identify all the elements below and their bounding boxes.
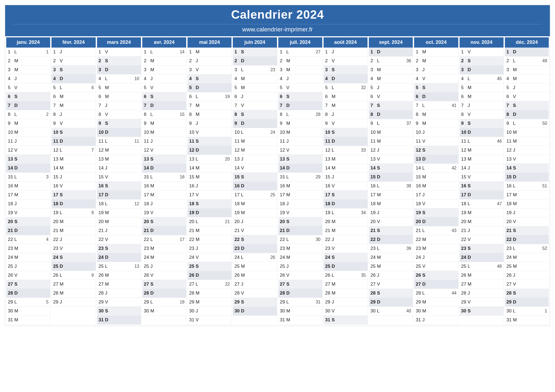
day-cell: 28J	[97, 289, 141, 298]
day-number: 12	[99, 148, 105, 153]
day-cell: 19V	[278, 208, 322, 217]
day-of-week: S	[513, 165, 519, 171]
day-of-week: J	[332, 237, 338, 242]
day-number: 22	[8, 237, 14, 242]
day-number: 14	[416, 165, 422, 171]
day-cell: 9M	[414, 119, 458, 128]
day-cell: 21M	[188, 226, 231, 235]
day-of-week: V	[422, 201, 429, 207]
day-number: 24	[53, 255, 60, 260]
day-of-week: J	[196, 58, 202, 64]
day-of-week: D	[150, 103, 157, 108]
day-cell: 18J	[142, 200, 186, 208]
day-number: 30	[144, 308, 150, 314]
day-number: 5	[99, 85, 105, 90]
day-of-week: V	[105, 174, 112, 180]
day-cell: 21S	[369, 226, 413, 235]
day-of-week: D	[286, 290, 293, 296]
day-of-week: S	[422, 210, 429, 215]
day-of-week: L	[332, 210, 338, 215]
day-cell: 8J	[51, 110, 95, 119]
day-cell: 28L44	[414, 289, 458, 298]
day-cell: 23S	[460, 244, 504, 253]
day-of-week: L	[60, 210, 66, 215]
day-cell: 16V	[51, 182, 95, 191]
day-cell: 30L40	[369, 307, 413, 316]
day-number: 7	[461, 103, 468, 108]
day-of-week: S	[105, 58, 112, 64]
day-of-week: S	[14, 156, 21, 162]
day-of-week: V	[468, 49, 474, 55]
day-number: 18	[461, 201, 468, 207]
day-of-week: S	[60, 192, 66, 198]
day-of-week: L	[241, 255, 247, 260]
day-number: 5	[325, 85, 332, 90]
day-cell: 3L23	[233, 66, 277, 74]
day-of-week: J	[196, 183, 202, 189]
day-of-week: L	[468, 76, 474, 81]
day-number: 29	[416, 299, 422, 305]
day-number: 16	[370, 183, 377, 189]
day-number: 24	[416, 255, 422, 260]
day-of-week: M	[196, 299, 202, 305]
day-of-week: V	[332, 58, 338, 64]
day-number: 8	[416, 112, 422, 117]
day-of-week: M	[150, 130, 157, 135]
day-number: 24	[8, 255, 14, 260]
day-of-week: M	[105, 210, 112, 215]
day-of-week: M	[105, 282, 112, 287]
day-of-week: J	[422, 255, 429, 260]
day-of-week: M	[60, 282, 66, 287]
day-number: 17	[144, 192, 150, 198]
day-cell: 15D	[369, 173, 413, 182]
day-cell: 5D	[188, 83, 231, 92]
day-cell: 6V	[505, 92, 549, 101]
day-cell: 26L35	[324, 271, 367, 280]
day-number: 6	[506, 94, 513, 99]
day-number: 16	[234, 183, 241, 189]
day-cell: 3D	[97, 66, 141, 74]
day-cell: 4M	[369, 74, 413, 83]
day-of-week: M	[286, 255, 293, 260]
day-cell: 27M	[324, 280, 367, 289]
day-number: 10	[8, 130, 14, 135]
day-number: 23	[53, 246, 60, 251]
day-number: 30	[461, 308, 468, 314]
day-cell: 31J	[414, 316, 458, 325]
day-cell: 27M	[97, 280, 141, 289]
day-cell: 18L47	[460, 200, 504, 208]
day-number: 4	[325, 76, 332, 81]
day-cell: 27M	[51, 280, 95, 289]
week-number: 32	[338, 85, 366, 90]
day-number: 6	[416, 94, 422, 99]
day-cell: 10J	[414, 128, 458, 137]
day-number: 20	[325, 219, 332, 224]
day-number: 5	[416, 85, 422, 90]
day-number: 22	[416, 237, 422, 242]
day-number: 3	[99, 67, 105, 73]
day-cell: 10V	[188, 128, 231, 137]
day-number: 27	[99, 282, 105, 287]
day-of-week: M	[422, 246, 429, 251]
day-number: 11	[53, 139, 60, 144]
day-cell: 9S	[460, 119, 504, 128]
day-cell: 22J	[51, 235, 95, 244]
day-number: 11	[461, 139, 468, 144]
week-number: 51	[519, 184, 547, 188]
day-cell: 11L46	[460, 137, 504, 146]
day-number: 13	[53, 156, 60, 162]
day-cell	[142, 316, 186, 325]
day-cell: 17J	[414, 191, 458, 200]
day-of-week: M	[468, 282, 474, 287]
day-of-week: S	[286, 94, 293, 99]
day-number: 14	[325, 165, 332, 171]
day-cell: 14D	[142, 164, 186, 173]
day-cell: 6M	[460, 92, 504, 101]
day-cell: 23V	[51, 244, 95, 253]
week-number: 17	[157, 237, 185, 242]
day-cell: 24M	[6, 253, 50, 262]
day-of-week: M	[513, 139, 519, 144]
day-number: 9	[234, 121, 241, 126]
day-number: 15	[144, 174, 150, 180]
day-cell: 10S	[51, 128, 95, 137]
